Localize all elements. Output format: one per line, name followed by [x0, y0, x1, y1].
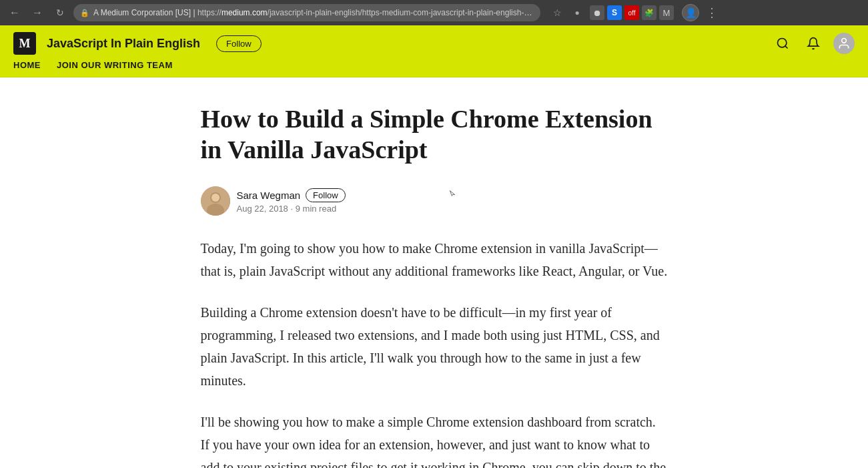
- svg-point-6: [211, 194, 220, 202]
- meta-separator: ·: [290, 204, 295, 214]
- browser-chrome: ← → ↻ 🔒 A Medium Corporation [US] | http…: [0, 0, 868, 25]
- article-main: How to Build a Simple Chrome Extension i…: [187, 77, 681, 468]
- svg-point-0: [778, 39, 787, 47]
- publication-title: JavaScript In Plain English: [47, 37, 200, 51]
- read-time: 9 min read: [296, 204, 336, 214]
- svg-line-1: [785, 46, 788, 49]
- site-header-top: M JavaScript In Plain English Follow: [13, 25, 855, 60]
- article-title: How to Build a Simple Chrome Extension i…: [201, 104, 668, 165]
- svg-point-2: [842, 39, 847, 43]
- nav-home[interactable]: HOME: [13, 60, 41, 70]
- profile-avatar[interactable]: [833, 33, 855, 54]
- author-row: Sara Wegman Follow Aug 22, 2018 · 9 min …: [201, 186, 668, 216]
- url-path: /javascript-in-plain-english/https-mediu…: [268, 8, 534, 17]
- url-domain: medium.com: [222, 8, 268, 17]
- author-name-row: Sara Wegman Follow: [237, 188, 346, 202]
- url-prefix: https://: [197, 8, 222, 17]
- extension-icon-red[interactable]: off: [624, 5, 639, 20]
- header-follow-button[interactable]: Follow: [216, 35, 262, 52]
- page-wrapper[interactable]: M JavaScript In Plain English Follow: [0, 25, 868, 468]
- url-separator: |: [193, 8, 195, 17]
- site-header: M JavaScript In Plain English Follow: [0, 25, 868, 77]
- medium-logo: M: [13, 32, 36, 55]
- site-nav: HOME JOIN OUR WRITING TEAM: [13, 60, 855, 77]
- author-follow-button[interactable]: Follow: [306, 188, 346, 202]
- lock-icon: 🔒: [80, 9, 89, 17]
- extension-icon-extra[interactable]: M: [659, 5, 674, 20]
- bell-icon: [807, 37, 820, 50]
- notifications-button[interactable]: [803, 33, 824, 54]
- author-avatar: [201, 186, 230, 216]
- extension-icon-record[interactable]: ⏺: [590, 5, 604, 20]
- author-avatar-image: [201, 186, 230, 216]
- article-paragraph-3: I'll be showing you how to make a simple…: [201, 411, 668, 468]
- article-body: Today, I'm going to show you how to make…: [201, 237, 668, 468]
- site-label: A Medium Corporation [US]: [93, 8, 191, 17]
- article-paragraph-2: Building a Chrome extension doesn't have…: [201, 301, 668, 392]
- extension-icon-puzzle[interactable]: 🧩: [642, 5, 657, 20]
- extension-icon-s[interactable]: S: [607, 5, 622, 20]
- author-face-svg: [201, 186, 230, 216]
- profile-icon-browser[interactable]: 👤: [682, 4, 699, 21]
- user-icon: [837, 37, 851, 50]
- reload-button[interactable]: ↻: [51, 3, 69, 22]
- header-right: [772, 33, 855, 54]
- nav-writing-team[interactable]: JOIN OUR WRITING TEAM: [57, 60, 173, 70]
- article-meta: Aug 22, 2018 · 9 min read: [237, 204, 346, 214]
- back-button[interactable]: ←: [5, 3, 24, 22]
- bookmark-button[interactable]: ☆: [548, 4, 566, 21]
- author-info: Sara Wegman Follow Aug 22, 2018 · 9 min …: [237, 188, 346, 214]
- address-text: A Medium Corporation [US] | https://medi…: [93, 8, 534, 17]
- search-icon: [776, 37, 789, 50]
- search-button[interactable]: [772, 33, 793, 54]
- forward-button[interactable]: →: [28, 3, 47, 22]
- browser-actions: ☆ ●: [548, 4, 586, 21]
- article-paragraph-1: Today, I'm going to show you how to make…: [201, 237, 668, 282]
- extension-icons: ⏺ S off 🧩 M: [590, 5, 674, 20]
- profile-menu-button[interactable]: ●: [568, 4, 586, 21]
- browser-menu-button[interactable]: ⋮: [706, 5, 718, 20]
- address-bar[interactable]: 🔒 A Medium Corporation [US] | https://me…: [73, 4, 540, 21]
- logo-letter: M: [19, 37, 31, 51]
- author-name: Sara Wegman: [237, 190, 301, 201]
- article-date: Aug 22, 2018: [237, 204, 288, 214]
